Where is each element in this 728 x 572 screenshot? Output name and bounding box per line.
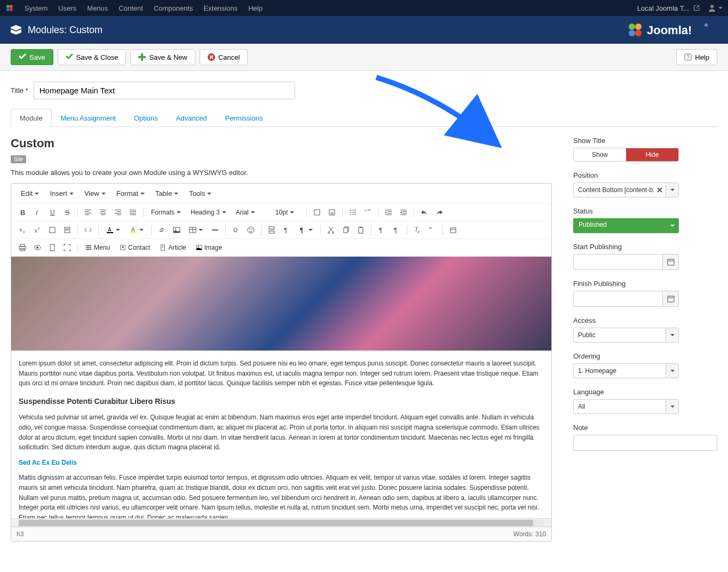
- language-caret[interactable]: [666, 400, 678, 414]
- tab-module[interactable]: Module: [11, 109, 52, 127]
- template-button[interactable]: [60, 224, 74, 236]
- extra-contact-button[interactable]: Contact: [115, 242, 154, 253]
- status-caret[interactable]: [666, 218, 679, 233]
- pastetext-button[interactable]: [310, 206, 324, 219]
- subscript-button[interactable]: X2: [15, 224, 29, 236]
- print-button[interactable]: [15, 241, 29, 254]
- menu-view[interactable]: View: [80, 187, 110, 200]
- backcolor-button[interactable]: A: [125, 225, 148, 235]
- editor-horizontal-scrollbar[interactable]: [11, 518, 551, 527]
- tab-permissions[interactable]: Permissions: [216, 109, 272, 127]
- link-button[interactable]: [155, 224, 169, 236]
- access-caret[interactable]: [666, 328, 678, 342]
- menu-format[interactable]: Format: [112, 187, 149, 200]
- code-button[interactable]: [81, 224, 95, 236]
- start-publishing-calendar-button[interactable]: [663, 254, 679, 270]
- copy-button[interactable]: [339, 224, 353, 236]
- nav-system[interactable]: System: [19, 4, 53, 12]
- bullets-button[interactable]: [346, 206, 360, 219]
- save-close-button[interactable]: Save & Close: [58, 49, 126, 65]
- tab-options[interactable]: Options: [125, 109, 167, 127]
- tab-advanced[interactable]: Advanced: [167, 109, 216, 127]
- position-clear[interactable]: [654, 183, 666, 197]
- menu-insert[interactable]: Insert: [45, 187, 78, 200]
- underline-button[interactable]: U: [45, 206, 59, 219]
- external-link-icon[interactable]: [693, 5, 700, 11]
- position-caret[interactable]: [666, 183, 678, 197]
- forecolor-button[interactable]: A: [102, 225, 124, 235]
- align-center-button[interactable]: [96, 206, 110, 219]
- bold-button[interactable]: B: [15, 206, 29, 219]
- formats-dropdown[interactable]: Formats: [147, 207, 185, 218]
- nav-extensions[interactable]: Extensions: [199, 4, 243, 12]
- heading-dropdown[interactable]: Heading 3: [186, 207, 231, 218]
- superscript-button[interactable]: X2: [30, 224, 44, 236]
- editor-body[interactable]: Lorem ipsum dolor sit amet, consectetur …: [11, 257, 551, 518]
- cut-button[interactable]: [324, 224, 338, 236]
- align-justify-button[interactable]: [126, 206, 140, 219]
- status-dropdown[interactable]: Published: [573, 218, 679, 233]
- menu-edit[interactable]: Edit: [17, 187, 43, 200]
- ordering-caret[interactable]: [666, 364, 678, 378]
- pasteword-button[interactable]: W: [325, 206, 339, 219]
- finish-publishing-input[interactable]: [573, 291, 663, 307]
- italic-button[interactable]: I: [30, 206, 44, 219]
- hr-button[interactable]: [208, 224, 222, 236]
- note-input[interactable]: [573, 435, 717, 451]
- language-dropdown[interactable]: All: [573, 399, 679, 414]
- align-left-button[interactable]: [81, 206, 95, 219]
- start-publishing-input[interactable]: [573, 254, 663, 270]
- extra-image-button[interactable]: Image: [192, 242, 226, 253]
- tab-menu-assignment[interactable]: Menu Assignment: [52, 109, 125, 127]
- fontsize-dropdown[interactable]: 10pt: [271, 207, 303, 218]
- menu-table[interactable]: Table: [151, 187, 183, 200]
- extra-menu-button[interactable]: Menu: [81, 242, 114, 253]
- ordering-dropdown[interactable]: 1. Homepage: [573, 363, 679, 378]
- para3-button[interactable]: ¶: [390, 224, 403, 236]
- para2-button[interactable]: ¶: [375, 224, 389, 236]
- preview-button[interactable]: [30, 241, 44, 254]
- table-button[interactable]: [185, 225, 207, 235]
- fullscreen-button[interactable]: [60, 241, 74, 254]
- pagebreak-button[interactable]: [265, 224, 279, 236]
- title-input[interactable]: [34, 82, 295, 99]
- menu-tools[interactable]: Tools: [185, 187, 216, 200]
- strike-button[interactable]: S: [60, 206, 74, 219]
- editor-path[interactable]: h3: [17, 530, 23, 538]
- save-new-button[interactable]: Save & New: [130, 49, 195, 65]
- nav-users[interactable]: Users: [53, 4, 82, 12]
- user-icon[interactable]: [708, 4, 716, 12]
- nav-content[interactable]: Content: [113, 4, 148, 12]
- user-caret-icon[interactable]: [718, 7, 723, 9]
- site-name-link[interactable]: Local Joomla T...: [637, 4, 689, 12]
- undo-button[interactable]: [417, 206, 431, 219]
- paste-button[interactable]: [354, 224, 368, 236]
- para-drop[interactable]: ¶: [295, 225, 317, 235]
- cancel-button[interactable]: Cancel: [200, 49, 248, 65]
- help-button[interactable]: ? Help: [676, 49, 717, 65]
- indent-button[interactable]: [397, 206, 410, 219]
- font-dropdown[interactable]: Arial: [232, 207, 270, 218]
- save-button[interactable]: Save: [11, 49, 53, 65]
- numbers-button[interactable]: 1: [361, 206, 375, 219]
- square-button[interactable]: [45, 224, 59, 236]
- access-dropdown[interactable]: Public: [573, 328, 679, 343]
- nav-menus[interactable]: Menus: [82, 4, 113, 12]
- emoticon-button[interactable]: [244, 224, 258, 236]
- show-title-show[interactable]: Show: [574, 148, 626, 161]
- extra-article-button[interactable]: Article: [155, 242, 190, 253]
- calendar-button[interactable]: [446, 224, 460, 236]
- quote-button[interactable]: ": [425, 224, 439, 236]
- nav-components[interactable]: Components: [148, 4, 199, 12]
- position-dropdown[interactable]: Content Bottom [content-b...: [573, 182, 679, 197]
- removeformat-button[interactable]: Tx: [410, 224, 424, 236]
- finish-publishing-calendar-button[interactable]: [663, 291, 679, 307]
- omega-button[interactable]: Ω: [229, 224, 243, 236]
- redo-button[interactable]: [432, 206, 446, 219]
- para-button[interactable]: ¶: [280, 224, 294, 236]
- image-button[interactable]: [170, 224, 184, 236]
- nav-help[interactable]: Help: [243, 4, 268, 12]
- align-right-button[interactable]: [111, 206, 125, 219]
- calc-button[interactable]: [45, 241, 59, 254]
- show-title-hide[interactable]: Hide: [626, 148, 678, 161]
